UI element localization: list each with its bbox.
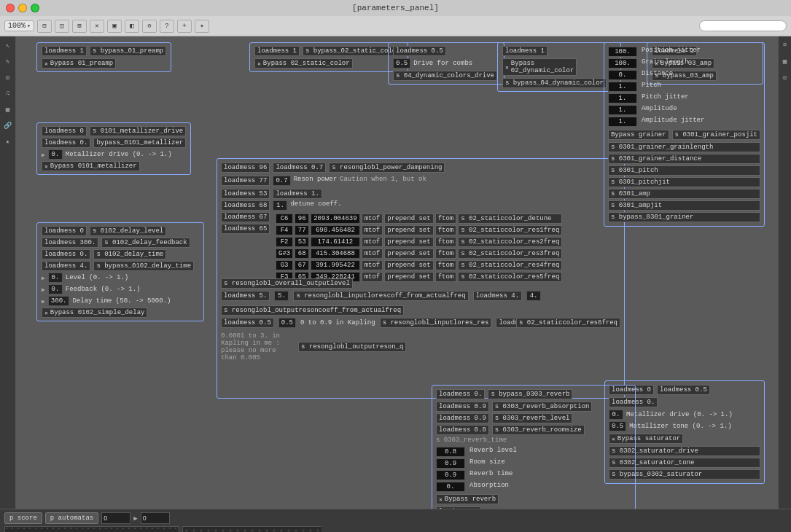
node-s-0102delaytime[interactable]: s bypass_0102_delay_time — [93, 261, 194, 271]
num-amplitude[interactable]: 1. — [608, 105, 637, 115]
node-bypass-grainer[interactable]: Bypass grainer — [608, 130, 669, 140]
node-loadmess0-reverb[interactable]: loadmess 0. — [436, 389, 485, 399]
node-loadmess0-time[interactable]: loadmess 0. — [42, 249, 90, 259]
node-s-0102time[interactable]: s 0102_delay_time — [93, 249, 166, 259]
node-s-0102feedback[interactable]: s 0102_delay_feedback — [101, 238, 190, 248]
num-415[interactable]: 415.304688 — [311, 249, 359, 259]
node-ftom-f2[interactable]: ftom — [435, 237, 457, 247]
toolbar-btn-4[interactable]: ✕ — [90, 20, 104, 33]
canvas-area[interactable]: loadmess 1 s bypass_01_preamp ✕ Bypass 0… — [16, 36, 778, 509]
node-s-04dynamic[interactable]: s 04_dynamic_colors_drive — [393, 71, 497, 81]
node-s-bypass04[interactable]: s bypass_04_dynamic_color — [502, 78, 607, 88]
node-loadmess09-level[interactable]: loadmess 0.9 — [436, 413, 489, 423]
toolbar-btn-10[interactable]: ✦ — [195, 20, 209, 33]
num-174[interactable]: 174.61412 — [311, 237, 359, 247]
num-53[interactable]: 53 — [295, 237, 309, 247]
node-s-0101metal[interactable]: s 0101_metallizer_drive — [90, 126, 186, 136]
node-s-static-g3[interactable]: s 02_staticcolor_res4freq — [458, 260, 562, 270]
node-s-static-res6[interactable]: s 02_staticcolor_res6freq — [516, 318, 620, 328]
node-loadmess77[interactable]: loadmess 77 — [221, 176, 270, 186]
node-prepend-set-gs3[interactable]: prepend set — [384, 249, 433, 259]
node-s-static-f4[interactable]: s 02_staticcolor_res1freq — [458, 225, 562, 235]
node-s-resonglobl-power[interactable]: s resonglobl_power_dampening — [329, 163, 445, 173]
node-loadmess05[interactable]: loadmess 0.5 — [393, 46, 446, 56]
tab-pautomatas[interactable]: p automatas — [45, 512, 98, 524]
num-77[interactable]: 77 — [295, 225, 309, 235]
node-s-bypass01[interactable]: s bypass_01_preamp — [90, 46, 166, 56]
num-05[interactable]: 0.5 — [393, 58, 410, 69]
zoom-control[interactable]: 100% ▾ — [4, 20, 34, 31]
sidebar-icon-6[interactable]: 🔗 — [2, 120, 14, 131]
node-loadmess53[interactable]: loadmess 53 — [221, 189, 270, 199]
toolbar-btn-9[interactable]: + — [177, 20, 192, 33]
num-1[interactable]: 1. — [273, 200, 287, 211]
num-reverb-time[interactable]: 0.9 — [436, 470, 465, 480]
zoom-dropdown-icon[interactable]: ▾ — [27, 23, 31, 29]
rsidebar-icon-1[interactable]: ≡ — [779, 39, 791, 51]
node-s-static-c6[interactable]: s 02_staticcolor_detune — [458, 214, 562, 224]
node-loadmess05-sat[interactable]: loadmess 0.5 — [657, 385, 710, 395]
checkbox-bypass-reverb[interactable]: ✕ Bypass reverb — [436, 494, 499, 504]
num-pitch[interactable]: 1. — [608, 82, 637, 92]
node-loadmess0[interactable]: loadmess 0 — [42, 126, 87, 136]
node-s-bypass0101[interactable]: bypass_0101_metallizer — [93, 138, 186, 148]
node-s-bypass-grainer[interactable]: s bypass_0301_grainer — [608, 212, 760, 222]
checkbox-bypass0102[interactable]: ✕ Bypass 0102_simple_delay — [42, 308, 147, 318]
node-s-resocoeff[interactable]: s resonglobl_inputlorescoff_from_actualf… — [293, 291, 468, 301]
window-controls[interactable] — [6, 4, 39, 12]
sidebar-icon-7[interactable]: ★ — [2, 136, 14, 147]
note-f4[interactable]: F4 — [276, 225, 293, 235]
node-s-static-gs3[interactable]: s 02_staticcolor_res3freq — [458, 249, 562, 259]
piano-roll[interactable] — [4, 526, 179, 532]
checkbox-bypass02[interactable]: ✕ Bypass 02_static_color — [254, 58, 353, 69]
toolbar-btn-5[interactable]: ▣ — [107, 20, 122, 33]
sidebar-icon-2[interactable]: ✎ — [2, 55, 14, 67]
node-s-overall[interactable]: s resonglobl_overall_outputlevel — [221, 278, 353, 289]
node-s-0303-roomsize[interactable]: s 0303_reverb_roomsize — [492, 425, 585, 435]
node-loadmess08[interactable]: loadmess 0.8 — [436, 425, 489, 435]
sidebar-icon-3[interactable]: ◎ — [2, 71, 14, 83]
tab-pscore[interactable]: p score — [4, 512, 42, 524]
sidebar-icon-pointer[interactable]: ↖ — [2, 39, 14, 51]
sidebar-icon-4[interactable]: ♫ — [2, 87, 14, 99]
num-05b[interactable]: 0.5 — [278, 318, 296, 328]
num-07[interactable]: 0.7 — [273, 176, 290, 186]
node-ftom-c6[interactable]: ftom — [435, 214, 457, 224]
node-mtof-c6[interactable]: mtof — [362, 214, 383, 224]
checkbox-bypass0101[interactable]: ✕ Bypass 0101_metallizer — [42, 161, 140, 171]
note-c6[interactable]: C6 — [276, 214, 293, 224]
node-s-0303-time[interactable]: s 0303_reverb_time — [436, 437, 507, 444]
rsidebar-icon-2[interactable]: ▦ — [779, 55, 791, 67]
checkbox-bypass-dynamic[interactable]: ✕ Bypass02_dynamic_color — [502, 58, 577, 76]
node-s-grainer-posjit[interactable]: s 0301_grainer_posjit — [672, 130, 760, 140]
node-loadmess1[interactable]: loadmess 1 — [42, 46, 87, 56]
node-ftom-gs3[interactable]: ftom — [435, 249, 457, 259]
node-mtof-gs3[interactable]: mtof — [362, 249, 383, 259]
node-s-0303-absorption[interactable]: s 0303_reverb_absorption — [492, 402, 593, 412]
num-2093[interactable]: 2093.004639 — [311, 214, 359, 224]
num-68[interactable]: 68 — [295, 249, 309, 259]
node-s-static-f2[interactable]: s 02_staticcolor_res2freq — [458, 237, 562, 247]
node-loadmess1-res[interactable]: loadmess 1. — [273, 189, 322, 199]
node-ftom-f4[interactable]: ftom — [435, 225, 457, 235]
toolbar-btn-1[interactable]: ⊡ — [37, 20, 52, 33]
num-5[interactable]: 5. — [274, 291, 289, 301]
node-s-outputreson[interactable]: s resonglobl_outputreson_q — [298, 342, 406, 352]
node-s-pitch[interactable]: s 0301_pitch — [608, 165, 760, 176]
num-grain-length[interactable]: 100. — [608, 58, 637, 69]
num-level[interactable]: 0. — [48, 273, 63, 283]
rsidebar-icon-3[interactable]: ◎ — [779, 71, 791, 83]
node-mtof-f2[interactable]: mtof — [362, 237, 383, 247]
node-mtof-f4[interactable]: mtof — [362, 225, 383, 235]
node-s-resocoeff2[interactable]: s resonglobl_outputresoncoeff_from_actua… — [221, 305, 404, 316]
node-loadmess300[interactable]: loadmess 300. — [42, 238, 98, 248]
num-metallizer-drive[interactable]: 0. — [48, 149, 63, 160]
node-loadmess5[interactable]: loadmess 5. — [221, 291, 270, 301]
node-s-inputlores[interactable]: s resonglobl_inputlores_res — [380, 318, 492, 328]
node-loadmess0b[interactable]: loadmess 0. — [42, 138, 90, 148]
num-pos-jitter[interactable]: 100. — [608, 47, 637, 57]
num-room-size[interactable]: 0.9 — [436, 458, 465, 469]
node-s-0303-level[interactable]: s 0303_reverb_level — [492, 413, 573, 423]
num-reverb-level[interactable]: 0.8 — [436, 447, 465, 457]
node-s-grainer-grainlen[interactable]: s 0301_grainer_grainlength — [608, 142, 760, 152]
